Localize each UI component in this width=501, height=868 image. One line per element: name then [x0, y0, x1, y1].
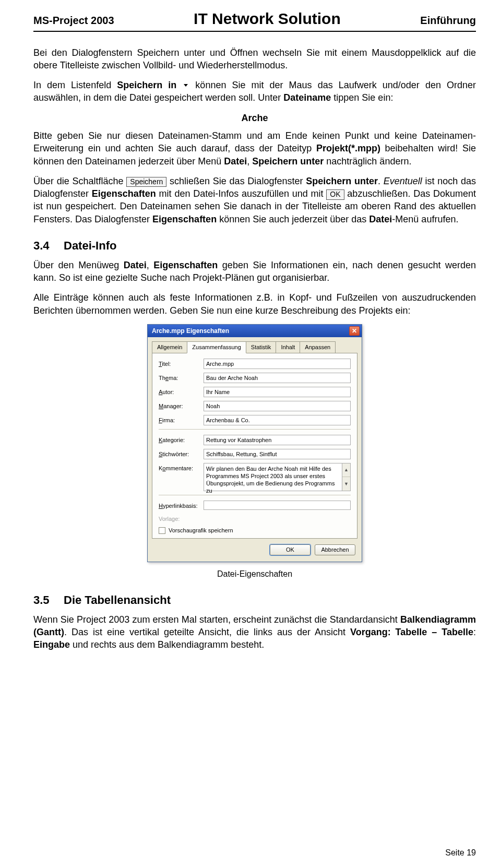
input-titel[interactable]: Arche.mpp [204, 359, 351, 369]
paragraph: Alle Einträge können auch als feste Info… [33, 291, 476, 317]
section-heading-3-5: 3.5Die Tabellenansicht [33, 592, 476, 608]
label-vorlage: Vorlage: [159, 514, 204, 523]
label-hyperlink: Hyperlink­basis: [159, 501, 204, 510]
figure-caption: Datei-Eigenschaften [33, 568, 476, 580]
paragraph: Über den Menüweg Datei, Eigenschaften ge… [33, 259, 476, 284]
tab-statistik[interactable]: Statistik [246, 341, 277, 353]
input-autor[interactable]: Ihr Name [204, 387, 351, 397]
tab-anpassen[interactable]: Anpassen [300, 341, 336, 353]
paragraph: Über die Schaltfläche Speichern schließe… [33, 175, 476, 225]
paragraph: Bitte geben Sie nur diesen Dateinamen-St… [33, 129, 476, 168]
label-autor: Autor: [159, 387, 204, 396]
scrollbar-icon[interactable]: ▲▼ [342, 463, 351, 491]
ok-button-inline: OK [326, 189, 344, 200]
paragraph: In dem Listenfeld Speichern in können Si… [33, 79, 476, 104]
tab-inhalt[interactable]: Inhalt [276, 341, 300, 353]
page-number: Seite 19 [445, 847, 476, 859]
tab-zusammenfassung[interactable]: Zusammenfassung [187, 341, 246, 353]
dialog-titlebar[interactable]: Arche.mpp Eigenschaften ✕ [148, 325, 362, 337]
dialog-tabs: Allgemein Zusammenfassung Statistik Inha… [148, 337, 362, 353]
label-stichwoerter: Stichwörter: [159, 449, 204, 458]
textarea-kommentare[interactable]: Wir planen den Bau der Arche Noah mit Hi… [204, 463, 351, 491]
ok-button[interactable]: OK [270, 544, 311, 555]
properties-dialog: Arche.mpp Eigenschaften ✕ Allgemein Zusa… [147, 324, 362, 562]
label-thema: Thema: [159, 373, 204, 382]
header-left: MS-Project 2003 [33, 14, 114, 28]
header-center: IT Network Solution [194, 8, 341, 30]
tab-allgemein[interactable]: Allgemein [152, 341, 187, 353]
cancel-button[interactable]: Abbrechen [315, 544, 355, 555]
input-thema[interactable]: Bau der Arche Noah [204, 373, 351, 383]
section-heading-3-4: 3.4Datei-Info [33, 238, 476, 254]
input-manager[interactable]: Noah [204, 401, 351, 411]
centered-filename: Arche [33, 112, 476, 124]
dropdown-icon [182, 81, 189, 89]
input-kategorie[interactable]: Rettung vor Katastrophen [204, 435, 351, 445]
label-kategorie: Kategorie: [159, 435, 204, 444]
input-firma[interactable]: Archenbau & Co. [204, 415, 351, 425]
input-hyperlink[interactable] [204, 501, 351, 510]
input-stichwoerter[interactable]: Schiffsbau, Rettung, Sintflut [204, 449, 351, 459]
label-firma: Firma: [159, 415, 204, 424]
label-manager: Manager: [159, 401, 204, 410]
page-header: MS-Project 2003 IT Network Solution Einf… [33, 8, 476, 32]
dialog-title: Arche.mpp Eigenschaften [152, 327, 229, 335]
header-right: Einführung [420, 14, 476, 28]
label-titel: Titel: [159, 359, 204, 368]
label-kommentare: Kommentare: [159, 463, 204, 472]
paragraph: Wenn Sie Project 2003 zum ersten Mal sta… [33, 613, 476, 651]
checkbox-preview[interactable] [159, 527, 165, 534]
checkbox-label: Vorschaugrafik speichern [169, 527, 233, 534]
speichern-button-inline: Speichern [126, 177, 166, 187]
paragraph: Bei den Dialogfenstern Speichern unter u… [33, 46, 476, 72]
close-icon[interactable]: ✕ [349, 326, 360, 336]
